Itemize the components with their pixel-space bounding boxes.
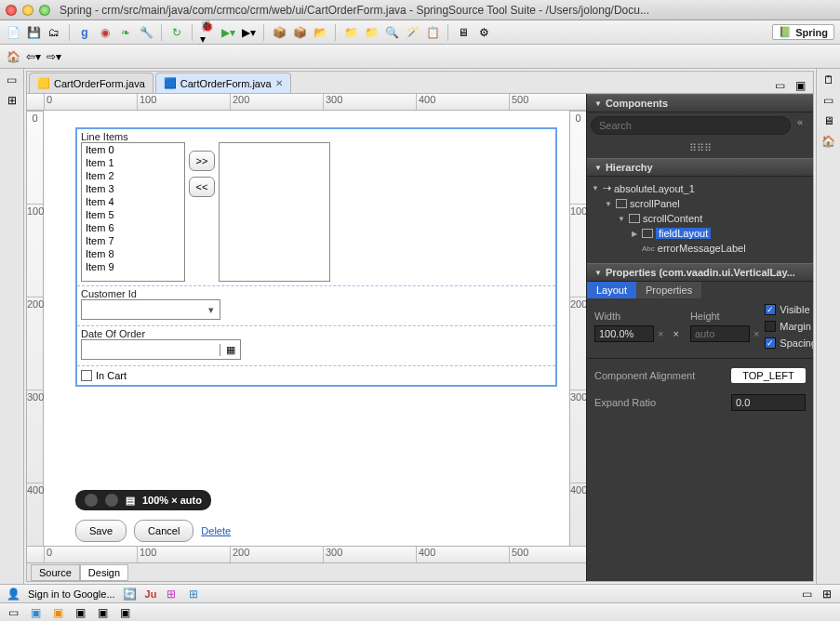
- list-item[interactable]: Item 1: [82, 156, 184, 169]
- editor-tab-0[interactable]: 🟨 CartOrderForm.java: [29, 73, 153, 93]
- bean-icon[interactable]: 🔧: [139, 25, 153, 40]
- collapse-icon[interactable]: «: [791, 116, 809, 135]
- in-cart-checkbox[interactable]: In Cart: [77, 366, 555, 385]
- outline-view-icon[interactable]: ▭: [5, 73, 20, 87]
- bookmarks-icon[interactable]: ▣: [117, 605, 132, 620]
- task-icon[interactable]: 📋: [425, 25, 440, 40]
- move-right-button[interactable]: >>: [189, 151, 215, 171]
- form-container[interactable]: Line Items Item 0 Item 1 Item 2 Item 3 I…: [75, 127, 557, 387]
- gear-icon[interactable]: ⚙: [476, 25, 491, 40]
- properties-tab[interactable]: Properties: [636, 282, 701, 298]
- alignment-select[interactable]: TOP_LEFT: [731, 368, 806, 383]
- search-results-icon[interactable]: ▣: [73, 605, 87, 620]
- home-right-icon[interactable]: 🏠: [821, 134, 836, 149]
- delete-link[interactable]: Delete: [201, 525, 231, 536]
- size-overlay[interactable]: ▤ 100% × auto: [75, 490, 211, 510]
- sync-icon[interactable]: 🔄: [123, 587, 138, 601]
- list-item[interactable]: Item 9: [82, 260, 184, 273]
- tree-node-scrollcontent[interactable]: ▼scrollContent: [591, 211, 809, 226]
- list-item[interactable]: Item 4: [82, 195, 184, 208]
- margin-checkbox[interactable]: Margin: [765, 321, 813, 332]
- trim-icon[interactable]: ⊞: [820, 587, 834, 601]
- search-input[interactable]: [591, 116, 791, 135]
- spacing-checkbox[interactable]: ✓Spacing: [765, 337, 813, 349]
- google-signin-icon[interactable]: 👤: [6, 587, 20, 601]
- new-icon[interactable]: 📄: [6, 25, 20, 40]
- leaf-icon[interactable]: ❧: [118, 25, 133, 40]
- hierarchy-header[interactable]: Hierarchy: [587, 158, 813, 177]
- open-resource-icon[interactable]: 📁: [364, 25, 379, 40]
- list-item[interactable]: Item 6: [82, 221, 184, 234]
- customer-id-combo[interactable]: ▾: [81, 299, 220, 320]
- visible-checkbox[interactable]: ✓Visible: [765, 304, 813, 315]
- grid2-icon[interactable]: ⊞: [186, 587, 201, 601]
- new-class-icon[interactable]: 📦: [292, 25, 307, 40]
- tree-node-errorlabel[interactable]: AbcerrorMessageLabel: [591, 241, 809, 256]
- clear-icon[interactable]: ×: [753, 328, 759, 339]
- save-icon[interactable]: 💾: [26, 25, 41, 40]
- ju-icon[interactable]: Ju: [145, 588, 157, 600]
- maximize-view-icon[interactable]: ▣: [793, 78, 807, 93]
- list-item[interactable]: Item 5: [82, 208, 184, 221]
- open-type-icon[interactable]: 📁: [343, 25, 358, 40]
- tree-node-scrollpanel[interactable]: ▼scrollPanel: [591, 196, 809, 211]
- layout-tab[interactable]: Layout: [587, 282, 636, 298]
- forward-icon[interactable]: ⇨▾: [47, 49, 61, 64]
- perspective-switcher[interactable]: 📗 Spring: [772, 24, 834, 40]
- width-input[interactable]: [594, 325, 654, 342]
- design-tab[interactable]: Design: [80, 564, 128, 581]
- servers-right-icon[interactable]: 🖥: [821, 113, 836, 128]
- tree-node-fieldlayout[interactable]: ▶fieldLayout: [591, 226, 809, 241]
- list-item[interactable]: Item 7: [82, 234, 184, 247]
- search-icon[interactable]: 🔍: [384, 25, 399, 40]
- new-package-icon[interactable]: 📦: [272, 25, 287, 40]
- zoom-window-icon[interactable]: [39, 5, 50, 16]
- save-all-icon[interactable]: 🗂: [47, 25, 61, 40]
- expand-ratio-input[interactable]: [731, 394, 806, 411]
- target-listbox[interactable]: [219, 142, 330, 282]
- outline-right-icon[interactable]: ▭: [821, 93, 836, 108]
- design-canvas[interactable]: Line Items Item 0 Item 1 Item 2 Item 3 I…: [44, 111, 569, 546]
- calendar-icon[interactable]: ▦: [220, 344, 240, 356]
- new-folder-icon[interactable]: 📂: [313, 25, 327, 40]
- stop-icon[interactable]: ◉: [98, 25, 113, 40]
- google-icon[interactable]: g: [77, 25, 92, 40]
- history-icon[interactable]: ▣: [95, 605, 110, 620]
- package-explorer-icon[interactable]: ⊞: [5, 93, 20, 108]
- cancel-button[interactable]: Cancel: [134, 520, 193, 542]
- close-window-icon[interactable]: [6, 5, 17, 16]
- wand-icon[interactable]: 🪄: [405, 25, 420, 40]
- minimize-view-icon[interactable]: ▭: [772, 78, 787, 93]
- grid1-icon[interactable]: ⊞: [164, 587, 179, 601]
- minimize-window-icon[interactable]: [22, 5, 33, 16]
- console-icon[interactable]: ▭: [6, 605, 20, 620]
- list-item[interactable]: Item 8: [82, 247, 184, 260]
- sign-in-link[interactable]: Sign in to Google...: [28, 588, 115, 600]
- save-button[interactable]: Save: [75, 520, 127, 542]
- run-last-icon[interactable]: ▶▾: [241, 25, 256, 40]
- editor-tab-1[interactable]: 🟦 CartOrderForm.java ✕: [155, 73, 291, 93]
- trim-icon[interactable]: ▭: [799, 587, 814, 601]
- properties-header[interactable]: Properties (com.vaadin.ui.VerticalLay...: [587, 263, 813, 282]
- tree-node-root[interactable]: ▼⇢absoluteLayout_1: [591, 180, 809, 196]
- back-icon[interactable]: ⇦▾: [26, 49, 41, 64]
- source-tab[interactable]: Source: [31, 564, 80, 581]
- source-listbox[interactable]: Item 0 Item 1 Item 2 Item 3 Item 4 Item …: [81, 142, 185, 282]
- list-item[interactable]: Item 3: [82, 182, 184, 195]
- tasks-view-icon[interactable]: 🗒: [821, 73, 836, 87]
- debug-icon[interactable]: 🐞▾: [200, 25, 215, 40]
- servers-icon[interactable]: 🖥: [456, 25, 471, 40]
- home-icon[interactable]: 🏠: [6, 49, 20, 64]
- problems-icon[interactable]: ▣: [28, 605, 43, 620]
- drag-handle-icon[interactable]: ⠿⠿⠿: [587, 139, 813, 158]
- move-left-button[interactable]: <<: [189, 177, 215, 197]
- tasks-icon[interactable]: ▣: [50, 605, 65, 620]
- list-item[interactable]: Item 2: [82, 169, 184, 182]
- run-icon[interactable]: ▶▾: [220, 25, 235, 40]
- components-header[interactable]: Components: [587, 94, 813, 112]
- close-icon[interactable]: ✕: [275, 78, 283, 88]
- refresh-icon[interactable]: ↻: [169, 25, 184, 40]
- clear-icon[interactable]: ×: [658, 328, 663, 339]
- list-item[interactable]: Item 0: [82, 143, 184, 156]
- date-of-order-field[interactable]: ▦: [81, 339, 241, 360]
